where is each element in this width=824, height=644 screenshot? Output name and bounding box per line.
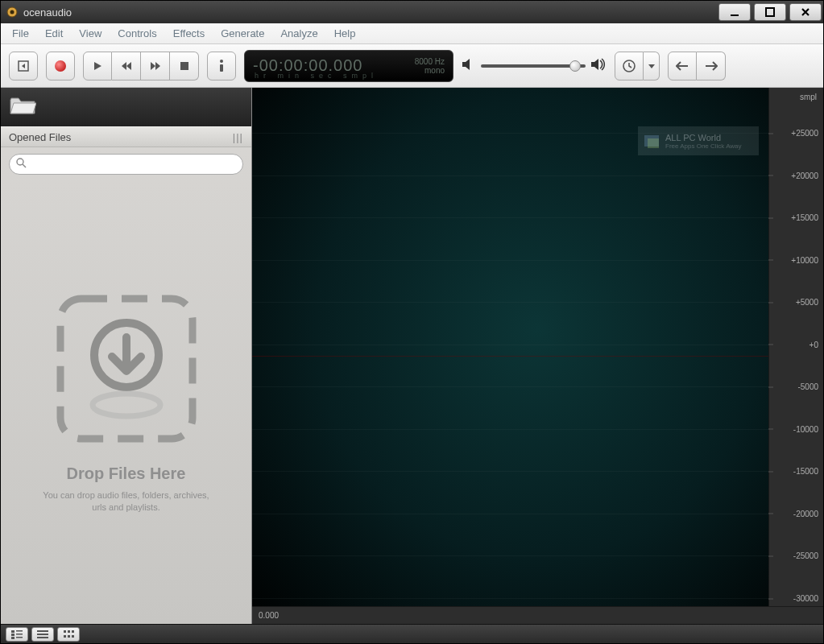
watermark: ALL PC World Free Apps One Click Away [638, 126, 759, 155]
menu-help[interactable]: Help [326, 25, 364, 42]
drop-frame-icon [54, 292, 199, 445]
nav-group [668, 52, 726, 80]
y-tick: +5000 [796, 298, 818, 307]
toggle-sidepanel-button[interactable] [9, 52, 38, 80]
search-input[interactable] [27, 159, 236, 170]
channel-mode: mono [415, 66, 445, 75]
search-box[interactable] [9, 154, 243, 175]
window-title: ocenaudio [23, 6, 717, 19]
record-icon [55, 60, 66, 72]
time-meta: 8000 Hz mono [415, 57, 445, 75]
menu-edit[interactable]: Edit [37, 25, 71, 42]
dropzone[interactable]: Drop Files Here You can drop audio files… [1, 181, 251, 624]
svg-marker-7 [122, 62, 126, 70]
statusbar [1, 624, 823, 643]
menu-effects[interactable]: Effects [165, 25, 213, 42]
drop-title: Drop Files Here [67, 464, 186, 483]
sample-rate: 8000 Hz [415, 57, 445, 66]
forward-button[interactable] [141, 52, 170, 80]
maximize-button[interactable] [754, 3, 786, 21]
y-tick: +20000 [791, 171, 818, 180]
svg-rect-24 [648, 138, 659, 148]
search-icon [16, 157, 27, 171]
menu-controls[interactable]: Controls [110, 25, 164, 42]
play-button[interactable] [83, 52, 112, 80]
svg-marker-14 [462, 59, 470, 70]
view-list-button[interactable] [31, 627, 54, 642]
y-tick: -10000 [793, 424, 818, 433]
y-tick: -5000 [797, 382, 818, 391]
svg-marker-5 [22, 64, 25, 68]
menu-file[interactable]: File [4, 25, 37, 42]
time-display: -00:00:00.000 8000 Hz mono hr min sec sm… [244, 50, 453, 82]
svg-rect-36 [72, 630, 74, 633]
svg-rect-39 [72, 635, 74, 638]
view-detailed-button[interactable] [6, 627, 28, 642]
y-tick: +0 [810, 340, 818, 349]
y-ruler: smpl +25000+20000+15000+10000+5000+0-500… [768, 88, 823, 606]
sidebar-grip-icon[interactable]: ||| [233, 131, 243, 143]
nav-forward-button[interactable] [697, 52, 726, 80]
volume-slider[interactable] [481, 64, 586, 68]
drop-subtitle: You can drop audio files, folders, archi… [38, 489, 215, 514]
waveform-canvas[interactable]: ALL PC World Free Apps One Click Away sm… [252, 88, 823, 624]
svg-rect-11 [180, 62, 188, 70]
svg-marker-6 [94, 62, 101, 70]
close-button[interactable] [789, 3, 822, 21]
sidebar-title: Opened Files [9, 131, 71, 143]
svg-rect-26 [16, 630, 23, 632]
svg-rect-3 [766, 8, 774, 16]
y-tick: -25000 [793, 551, 818, 560]
view-grid-button[interactable] [57, 627, 80, 642]
svg-marker-10 [155, 62, 160, 70]
x-ruler: 0.000 [252, 606, 823, 624]
watermark-sub: Free Apps One Click Away [665, 142, 742, 150]
sidebar: Opened Files ||| [1, 88, 252, 624]
svg-rect-32 [37, 634, 48, 635]
y-tick: +15000 [791, 213, 818, 222]
svg-rect-29 [11, 637, 14, 639]
svg-point-12 [220, 60, 223, 63]
svg-rect-13 [220, 64, 223, 72]
y-unit-label: smpl [800, 93, 817, 101]
svg-marker-8 [126, 62, 131, 70]
minimize-button[interactable] [718, 3, 751, 21]
y-tick: +25000 [791, 129, 818, 138]
info-button[interactable] [207, 52, 236, 80]
svg-marker-17 [648, 64, 655, 68]
record-button[interactable] [46, 52, 75, 80]
svg-point-18 [17, 159, 23, 165]
rewind-button[interactable] [112, 52, 141, 80]
menu-analyze[interactable]: Analyze [272, 25, 325, 42]
svg-rect-31 [37, 630, 48, 632]
watermark-icon [643, 132, 660, 150]
titlebar: ocenaudio [1, 1, 823, 23]
stop-button[interactable] [170, 52, 199, 80]
toolbar: -00:00:00.000 8000 Hz mono hr min sec sm… [1, 44, 823, 88]
menu-view[interactable]: View [71, 25, 110, 42]
nav-back-button[interactable] [668, 52, 697, 80]
svg-rect-34 [64, 630, 66, 633]
svg-line-19 [23, 164, 26, 167]
x-start-label: 0.000 [259, 611, 279, 620]
speaker-loud-icon [590, 58, 607, 74]
svg-marker-15 [591, 59, 598, 70]
svg-rect-25 [11, 630, 14, 633]
transport-group [83, 52, 199, 80]
y-tick: -20000 [793, 509, 818, 518]
content-area: Opened Files ||| [1, 88, 823, 624]
svg-rect-30 [16, 637, 23, 638]
history-dropdown-button[interactable] [644, 52, 660, 80]
time-units: hr min sec smpl [255, 72, 378, 80]
svg-marker-9 [151, 62, 155, 70]
volume-thumb[interactable] [569, 60, 581, 72]
folder-icon[interactable] [9, 94, 36, 120]
search-row [1, 147, 251, 181]
svg-rect-27 [11, 634, 14, 636]
menu-generate[interactable]: Generate [213, 25, 272, 42]
history-button[interactable] [615, 52, 644, 80]
speaker-mute-icon[interactable] [462, 58, 476, 74]
app-window: ocenaudio File Edit View Controls Effect… [0, 0, 824, 644]
sidebar-header [1, 88, 251, 126]
volume-control [462, 58, 607, 74]
